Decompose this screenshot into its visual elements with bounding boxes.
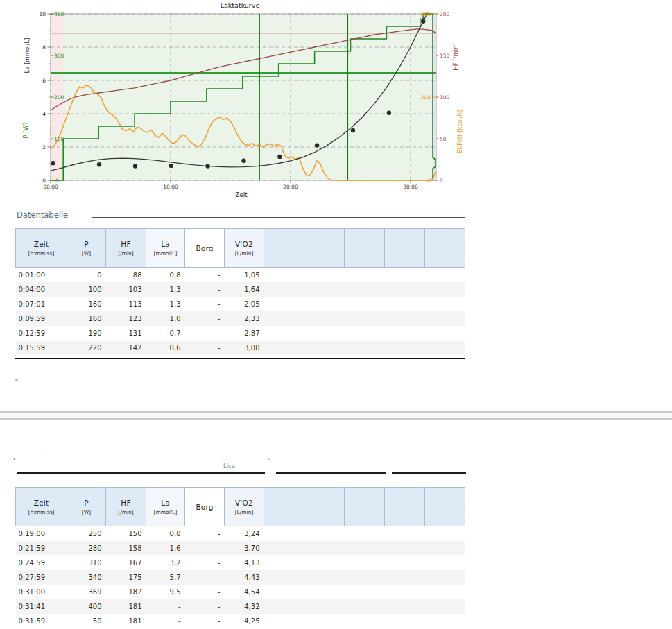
hf-tick-label: 150 xyxy=(440,53,450,59)
cell-empty xyxy=(385,311,425,326)
chart-title: Laktatkurve xyxy=(221,1,260,9)
x-tick-label: 10:00 xyxy=(163,184,178,190)
la-measure-dot xyxy=(387,111,391,115)
cell-p: 369 xyxy=(67,585,106,599)
cell-empty xyxy=(264,570,304,585)
axis-title-la: La [mmol/L] xyxy=(24,38,31,74)
cell-borg: - xyxy=(185,555,225,570)
table-row: 0:07:011601131,3-2,05 xyxy=(16,297,465,311)
column-header-hf: HF[/min] xyxy=(106,488,146,526)
cell-hf: 123 xyxy=(106,311,146,326)
data-table-page2: Zeit[h:mm:ss]P[W]HF[/min]La[mmol/L]BorgV… xyxy=(15,487,465,628)
cell-zeit: 0:21:59 xyxy=(16,541,67,555)
cell-borg: - xyxy=(185,599,225,614)
la-measure-dot xyxy=(133,164,137,168)
hf-tick-label: 0 xyxy=(440,178,443,184)
cell-la: 0,7 xyxy=(146,326,185,341)
cell-vo2: 4,43 xyxy=(225,570,264,585)
cell-p: 340 xyxy=(67,570,106,585)
column-header-empty xyxy=(304,229,345,268)
la-tick-label: 8 xyxy=(42,44,46,51)
table-header-row: Zeit[h:mm:ss]P[W]HF[/min]La[mmol/L]BorgV… xyxy=(16,488,465,526)
cell-zeit: 0:31:00 xyxy=(16,585,67,599)
blank-field-line xyxy=(276,472,386,474)
p-tick-label: 100 xyxy=(54,136,64,142)
cell-empty xyxy=(345,297,385,311)
cell-empty xyxy=(264,268,304,283)
cell-empty xyxy=(425,555,465,570)
cell-empty xyxy=(304,526,345,542)
cell-la: 1,3 xyxy=(146,282,185,297)
faint-fragment: ` xyxy=(268,458,271,465)
cell-empty xyxy=(304,326,345,341)
cell-empty xyxy=(345,555,385,570)
table-row: 0:27:593401755,7-4,43 xyxy=(16,570,465,585)
cell-borg: - xyxy=(185,282,225,297)
x-tick-label: 30:00 xyxy=(403,184,418,190)
cell-borg: - xyxy=(185,526,225,542)
cell-hf: 142 xyxy=(106,341,146,355)
cell-vo2: 2,87 xyxy=(225,326,264,341)
column-header-la: La[mmol/L] xyxy=(146,229,185,268)
table-row: 0:01:000880,8-1,05 xyxy=(16,268,465,283)
column-header-empty xyxy=(304,488,345,526)
table1-bottom-border xyxy=(15,358,465,359)
table-row: 0:31:003691829,5-4,54 xyxy=(16,585,465,599)
cell-empty xyxy=(304,311,345,326)
cell-zeit: 0:19:00 xyxy=(16,526,67,542)
cell-empty xyxy=(304,541,345,555)
column-header-hf: HF[/min] xyxy=(106,229,146,268)
column-header-p: P[W] xyxy=(67,229,106,268)
faint-text-lice: Lice xyxy=(223,463,235,469)
cell-empty xyxy=(304,614,345,628)
cell-empty xyxy=(264,614,304,628)
hf-tick-label: 200 xyxy=(440,11,450,17)
cell-p: 100 xyxy=(67,282,106,297)
cell-zeit: 0:09:59 xyxy=(16,311,67,326)
fat-tick-label: 400 xyxy=(421,11,431,17)
cell-p: 190 xyxy=(67,326,106,341)
cell-p: 250 xyxy=(67,526,106,542)
cell-hf: 175 xyxy=(106,570,146,585)
la-tick-label: 0 xyxy=(42,178,46,184)
cell-p: 160 xyxy=(67,297,106,311)
cell-vo2: 3,70 xyxy=(225,541,264,555)
x-tick-label: 00:00 xyxy=(43,184,58,190)
cell-la: 5,7 xyxy=(146,570,185,585)
table-header-row: Zeit[h:mm:ss]P[W]HF[/min]La[mmol/L]BorgV… xyxy=(16,229,465,268)
section-label-datentabelle: Datentabelle xyxy=(17,210,68,220)
cell-zeit: 0:15:59 xyxy=(16,341,67,355)
column-header-empty xyxy=(345,488,385,526)
la-measure-dot xyxy=(169,164,173,168)
cell-empty xyxy=(425,326,465,341)
cell-la: 1,3 xyxy=(146,297,185,311)
table-row: 0:21:592801581,6-3,70 xyxy=(16,541,465,555)
cell-borg: - xyxy=(185,585,225,599)
cell-empty xyxy=(385,297,425,311)
column-header-la: La[mmol/L] xyxy=(146,488,185,526)
cell-la: 1,6 xyxy=(146,541,185,555)
column-header-empty xyxy=(385,488,425,526)
cell-la: 9,5 xyxy=(146,585,185,599)
cell-empty xyxy=(264,297,304,311)
cell-empty xyxy=(264,599,304,614)
cell-empty xyxy=(385,526,425,542)
cell-la: 3,2 xyxy=(146,555,185,570)
cell-vo2: 2,33 xyxy=(225,311,264,326)
cell-la: 0,6 xyxy=(146,341,185,355)
column-header-zeit: Zeit[h:mm:ss] xyxy=(16,488,67,526)
cell-hf: 88 xyxy=(106,268,146,283)
faint-fragment: ¨ xyxy=(202,390,204,394)
cell-hf: 113 xyxy=(106,297,146,311)
cell-empty xyxy=(425,585,465,599)
cell-hf: 158 xyxy=(106,541,146,555)
axis-title-fat: EUFett [kcal/h] xyxy=(456,110,463,154)
cell-empty xyxy=(345,570,385,585)
cell-empty xyxy=(304,570,345,585)
cell-empty xyxy=(345,614,385,628)
fat-tick-label: 200 xyxy=(421,94,431,101)
page-divider xyxy=(0,411,672,420)
cell-empty xyxy=(425,570,465,585)
cell-zeit: 0:24:59 xyxy=(16,555,67,570)
cell-empty xyxy=(425,311,465,326)
